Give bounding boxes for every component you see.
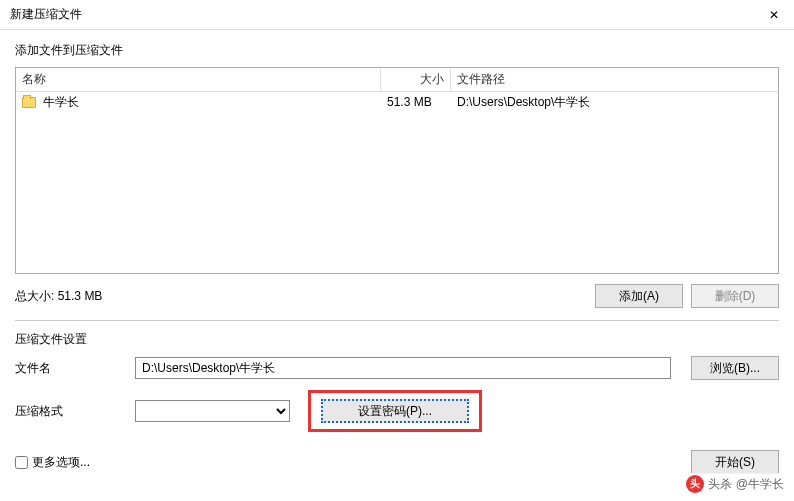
header-path[interactable]: 文件路径 xyxy=(451,68,778,91)
filename-label: 文件名 xyxy=(15,360,135,377)
password-highlight: 设置密码(P)... xyxy=(308,390,482,432)
watermark: 头 头杀 @牛学长 xyxy=(682,473,788,495)
add-button[interactable]: 添加(A) xyxy=(595,284,683,308)
more-options-checkbox[interactable] xyxy=(15,456,28,469)
format-select[interactable] xyxy=(135,400,290,422)
table-row[interactable]: 牛学长 51.3 MB D:\Users\Desktop\牛学长 xyxy=(16,92,778,112)
file-table: 名称 大小 文件路径 牛学长 51.3 MB D:\Users\Desktop\… xyxy=(15,67,779,274)
start-button[interactable]: 开始(S) xyxy=(691,450,779,474)
divider xyxy=(15,320,779,321)
close-icon: ✕ xyxy=(769,8,779,22)
folder-icon xyxy=(22,97,36,108)
format-label: 压缩格式 xyxy=(15,403,135,420)
more-options-label: 更多选项... xyxy=(32,454,90,471)
total-size: 总大小: 51.3 MB xyxy=(15,288,102,305)
add-files-label: 添加文件到压缩文件 xyxy=(15,42,779,59)
header-name[interactable]: 名称 xyxy=(16,68,381,91)
settings-label: 压缩文件设置 xyxy=(15,331,779,348)
set-password-button[interactable]: 设置密码(P)... xyxy=(321,399,469,423)
row-path: D:\Users\Desktop\牛学长 xyxy=(451,94,778,111)
watermark-logo-icon: 头 xyxy=(686,475,704,493)
window-title: 新建压缩文件 xyxy=(10,6,82,23)
table-body: 牛学长 51.3 MB D:\Users\Desktop\牛学长 xyxy=(16,92,778,273)
close-button[interactable]: ✕ xyxy=(754,0,794,30)
header-size[interactable]: 大小 xyxy=(381,68,451,91)
delete-button: 删除(D) xyxy=(691,284,779,308)
table-header: 名称 大小 文件路径 xyxy=(16,68,778,92)
row-name: 牛学长 xyxy=(43,95,79,109)
browse-button[interactable]: 浏览(B)... xyxy=(691,356,779,380)
window-titlebar: 新建压缩文件 ✕ xyxy=(0,0,794,30)
filename-input[interactable] xyxy=(135,357,671,379)
more-options[interactable]: 更多选项... xyxy=(15,454,90,471)
row-size: 51.3 MB xyxy=(381,95,451,109)
